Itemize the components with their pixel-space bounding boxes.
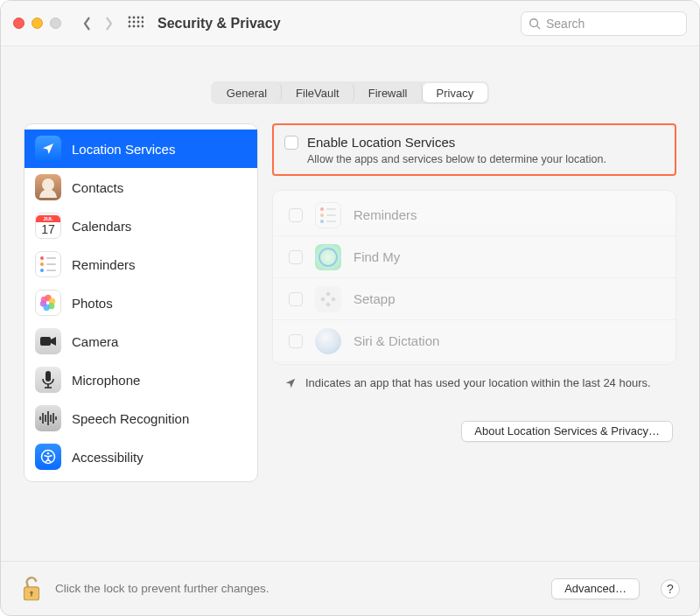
location-usage-hint: Indicates an app that has used your loca… [272,365,676,391]
app-checkbox[interactable] [289,250,303,264]
svg-rect-34 [320,297,326,302]
sidebar-item-accessibility[interactable]: Accessibility [24,438,257,476]
sidebar-item-photos[interactable]: Photos [24,284,257,322]
app-row-siri[interactable]: Siri & Dictation [273,320,676,362]
enable-location-services-description: Allow the apps and services below to det… [307,153,662,165]
contacts-icon [35,174,61,200]
svg-point-32 [47,452,49,454]
enable-location-services-label: Enable Location Services [307,135,455,150]
svg-rect-28 [50,415,52,422]
search-icon [528,18,541,30]
svg-rect-29 [52,413,54,424]
svg-point-7 [142,20,144,23]
app-name: Reminders [354,207,417,222]
siri-icon [315,328,341,354]
sidebar-item-location-services[interactable]: Location Services [24,130,257,168]
search-field[interactable]: Search [521,11,687,36]
reminders-icon [315,202,341,228]
tab-filevault[interactable]: FileVault [282,83,354,102]
lock-toggle[interactable] [20,575,43,603]
svg-rect-21 [46,371,51,382]
camera-icon [35,328,61,354]
sidebar-item-label: Calendars [72,219,131,234]
svg-rect-39 [31,592,32,596]
segmented-control: General FileVault Firewall Privacy [211,81,489,104]
app-row-reminders[interactable]: Reminders [273,194,676,236]
app-name: Siri & Dictation [354,333,439,348]
app-name: Find My [354,249,400,264]
app-row-find-my[interactable]: Find My [273,236,676,278]
location-arrow-icon [284,377,297,389]
app-checkbox[interactable] [289,292,303,306]
app-permission-list: Reminders Find My Setapp [272,190,676,365]
footer: Click the lock to prevent further change… [1,561,699,615]
forward-button[interactable] [98,10,119,38]
advanced-button[interactable]: Advanced… [551,578,640,599]
sidebar-item-reminders[interactable]: Reminders [24,245,257,284]
sidebar-item-contacts[interactable]: Contacts [24,168,257,206]
sidebar-item-calendars[interactable]: JUL 17 Calendars [24,206,257,245]
traffic-lights [13,18,61,29]
app-row-setapp[interactable]: Setapp [273,278,676,320]
sidebar-item-label: Camera [72,334,118,349]
setapp-icon [315,286,341,312]
photos-icon [35,290,61,316]
enable-location-services-highlight: Enable Location Services Allow the apps … [272,123,676,176]
search-placeholder: Search [546,17,584,31]
pane-tabs: General FileVault Firewall Privacy [1,81,699,104]
detail-pane: Enable Location Services Allow the apps … [272,123,676,482]
svg-rect-20 [40,337,51,346]
preferences-window: Security & Privacy Search General FileVa… [0,0,700,616]
app-checkbox[interactable] [289,334,303,348]
svg-point-19 [41,297,47,303]
svg-rect-30 [55,416,57,420]
window-title: Security & Privacy [158,16,281,32]
back-button[interactable] [77,10,98,38]
lock-hint-text: Click the lock to prevent further change… [55,582,270,595]
reminders-icon [35,251,61,277]
svg-point-12 [530,18,538,26]
about-location-services-button[interactable]: About Location Services & Privacy… [461,421,673,442]
sidebar-item-speech-recognition[interactable]: Speech Recognition [24,399,257,438]
sidebar-item-label: Reminders [72,257,136,272]
close-window-button[interactable] [13,18,24,29]
svg-point-6 [137,20,140,23]
tab-general[interactable]: General [213,83,282,102]
svg-point-10 [137,24,140,27]
svg-rect-26 [45,415,46,422]
svg-line-13 [537,25,541,29]
accessibility-icon [35,444,61,470]
microphone-icon [35,367,61,393]
svg-point-1 [133,16,136,18]
svg-rect-27 [47,411,49,425]
sidebar-item-camera[interactable]: Camera [24,322,257,360]
show-all-prefs-button[interactable] [124,12,147,35]
location-arrow-icon [35,136,61,162]
hint-text: Indicates an app that has used your loca… [305,375,651,391]
svg-point-3 [142,16,144,18]
waveform-icon [35,405,61,431]
svg-point-8 [129,24,131,27]
titlebar: Security & Privacy Search [1,1,699,46]
tab-privacy[interactable]: Privacy [423,83,488,102]
svg-rect-24 [39,416,41,420]
svg-point-5 [133,20,136,23]
app-checkbox[interactable] [289,208,303,222]
app-name: Setapp [354,291,396,306]
svg-point-4 [129,20,131,23]
svg-point-9 [133,24,136,27]
svg-rect-35 [331,297,336,302]
tab-firewall[interactable]: Firewall [354,83,423,102]
enable-location-services-checkbox[interactable] [284,136,298,150]
sidebar-item-label: Microphone [72,373,140,388]
zoom-window-button[interactable] [50,18,61,29]
sidebar-item-label: Accessibility [72,450,144,465]
svg-point-0 [129,16,131,18]
sidebar-item-label: Photos [72,296,113,311]
help-button[interactable]: ? [661,579,680,598]
sidebar-item-microphone[interactable]: Microphone [24,360,257,399]
minimize-window-button[interactable] [32,18,43,29]
find-my-icon [315,244,341,270]
svg-rect-33 [326,291,331,297]
privacy-category-list: Location Services Contacts JUL 17 Calend… [24,123,258,482]
